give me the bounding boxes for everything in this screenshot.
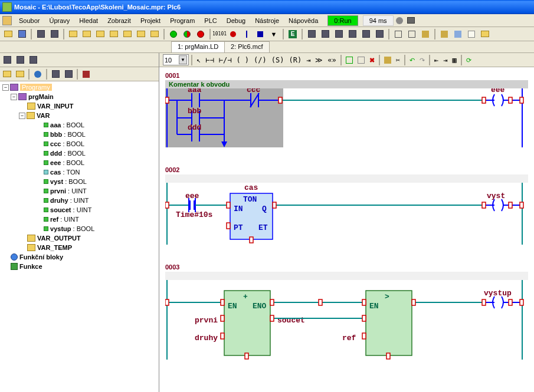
delete-icon[interactable]: ✖ bbox=[368, 55, 376, 65]
side2-btn3-icon[interactable] bbox=[50, 68, 61, 80]
contact-no-icon[interactable]: ⊢⊣ bbox=[204, 55, 215, 65]
outdent-icon[interactable]: ⇥ bbox=[441, 55, 449, 65]
skip-icon[interactable] bbox=[254, 28, 266, 40]
menu-napoveda[interactable]: Nápověda bbox=[284, 16, 323, 25]
tree-var-item[interactable]: ccc : BOOL bbox=[1, 139, 158, 149]
view6-icon[interactable] bbox=[374, 28, 385, 40]
side2-btn2-icon[interactable] bbox=[14, 68, 26, 80]
redo-icon[interactable]: ↷ bbox=[418, 55, 427, 65]
arrow-icon[interactable]: ▼ bbox=[268, 28, 280, 40]
tool-a-icon[interactable] bbox=[382, 56, 393, 64]
expand-icon[interactable]: − bbox=[11, 94, 17, 100]
undo-icon[interactable]: ↶ bbox=[408, 55, 417, 65]
menu-upravy[interactable]: Úpravy bbox=[44, 16, 74, 25]
rung3-comment[interactable] bbox=[165, 272, 528, 280]
tab-plc6[interactable]: 2: Plc6.mcf bbox=[224, 41, 269, 52]
view4-icon[interactable] bbox=[346, 28, 358, 40]
tree-func-blocks[interactable]: Funkční bloky bbox=[1, 252, 158, 262]
grid2-icon[interactable]: ▦ bbox=[451, 55, 458, 65]
ladder-area[interactable]: 0001 Komentar k obvodu aaa ccc bbox=[159, 67, 534, 392]
tree-var-temp[interactable]: VAR_TEMP bbox=[1, 243, 158, 252]
side2-btn4-icon[interactable] bbox=[63, 68, 74, 80]
tab-prgmain[interactable]: 1: prgMain.LD bbox=[171, 41, 225, 52]
e-icon[interactable]: E bbox=[287, 28, 299, 40]
side-btn1-icon[interactable] bbox=[1, 54, 13, 66]
tree-var-item[interactable]: eee : BOOL bbox=[1, 158, 158, 167]
refresh-icon[interactable]: ⟳ bbox=[464, 55, 473, 65]
step-icon[interactable] bbox=[241, 28, 253, 40]
box2-icon[interactable] bbox=[356, 56, 366, 64]
copy-icon[interactable] bbox=[35, 28, 47, 40]
printer-icon[interactable] bbox=[405, 15, 417, 27]
rung1[interactable]: aaa ccc eee bbb bbox=[165, 88, 528, 147]
folder3-icon[interactable] bbox=[81, 28, 93, 40]
tree-var-item[interactable]: aaa : BOOL bbox=[1, 120, 158, 130]
side-btn3-icon[interactable] bbox=[27, 54, 39, 66]
menu-nastroje[interactable]: Nástroje bbox=[250, 16, 284, 25]
titlebar[interactable]: Mosaic - E:\Lubos\TecoApp\Skoleni_Mosaic… bbox=[0, 0, 534, 14]
tree-var-item[interactable]: ref : UINT bbox=[1, 215, 158, 224]
chart-icon[interactable] bbox=[452, 28, 464, 40]
rung3-svg[interactable]: + EN ENO prvni druhy soucet > EN ref vys… bbox=[165, 280, 525, 360]
breakpoint-icon[interactable] bbox=[227, 28, 239, 40]
expand-icon[interactable]: − bbox=[19, 113, 25, 119]
tree-root[interactable]: −Programy bbox=[1, 83, 158, 92]
tree-var-item[interactable]: bbb : BOOL bbox=[1, 130, 158, 139]
dropdown-arrow-icon[interactable]: ▼ bbox=[179, 55, 187, 64]
folder7-icon[interactable] bbox=[135, 28, 147, 40]
tree-var-output[interactable]: VAR_OUTPUT bbox=[1, 233, 158, 243]
tool1-icon[interactable] bbox=[392, 28, 404, 40]
tree-var-item[interactable]: vyst : BOOL bbox=[1, 177, 158, 186]
view1-icon[interactable] bbox=[306, 28, 317, 40]
rung2[interactable]: eee Time#10s cas TON IN Q PT ET vyst bbox=[165, 183, 528, 245]
globe-icon[interactable] bbox=[32, 68, 44, 80]
menu-projekt[interactable]: Projekt bbox=[136, 16, 165, 25]
tree-var-item[interactable]: soucet : UINT bbox=[1, 205, 158, 215]
coil-s-icon[interactable]: (S) bbox=[270, 55, 286, 65]
folder6-icon[interactable] bbox=[122, 28, 133, 40]
menu-debug[interactable]: Debug bbox=[222, 16, 250, 25]
run-icon[interactable] bbox=[168, 28, 179, 40]
side2-btn5-icon[interactable] bbox=[80, 68, 92, 80]
menu-zobrazit[interactable]: Zobrazit bbox=[103, 16, 136, 25]
tree-var-item[interactable]: prvni : UINT bbox=[1, 186, 158, 196]
menu-program[interactable]: Program bbox=[165, 16, 199, 25]
folder4-icon[interactable] bbox=[94, 28, 106, 40]
save-icon[interactable] bbox=[16, 28, 28, 40]
menu-hledat[interactable]: Hledat bbox=[74, 16, 103, 25]
view3-icon[interactable] bbox=[333, 28, 345, 40]
tool2-icon[interactable] bbox=[406, 28, 418, 40]
zoom-select[interactable]: 10▼ bbox=[163, 54, 189, 65]
run-status-badge[interactable]: 0:Run bbox=[327, 15, 358, 26]
jump-icon[interactable]: ⇥ bbox=[304, 55, 312, 65]
tree-var-item[interactable]: cas : TON bbox=[1, 167, 158, 177]
runstop-icon[interactable] bbox=[181, 28, 193, 40]
side-btn2-icon[interactable] bbox=[14, 54, 26, 66]
folder5-icon[interactable] bbox=[108, 28, 120, 40]
binary-icon[interactable]: 10101 bbox=[214, 28, 225, 40]
rung1-svg[interactable]: aaa ccc eee bbb bbox=[165, 88, 525, 147]
coil-icon[interactable]: ( ) bbox=[234, 55, 251, 65]
sheet-icon[interactable] bbox=[466, 28, 477, 40]
folder8-icon[interactable] bbox=[149, 28, 160, 40]
open-icon[interactable] bbox=[2, 28, 14, 40]
box-icon[interactable] bbox=[344, 56, 355, 64]
tree-var[interactable]: −VAR bbox=[1, 111, 158, 120]
cut-icon[interactable]: ✂ bbox=[394, 55, 402, 65]
contact-nc-icon[interactable]: ⊢/⊣ bbox=[217, 55, 234, 65]
tree-var-item[interactable]: druhy : UINT bbox=[1, 196, 158, 205]
paste-icon[interactable] bbox=[48, 28, 60, 40]
expand-icon[interactable]: − bbox=[2, 84, 9, 91]
return2-icon[interactable]: «» bbox=[326, 55, 338, 65]
menu-soubor[interactable]: Soubor bbox=[14, 16, 44, 25]
stop-icon[interactable] bbox=[195, 28, 207, 40]
tree-prgmain[interactable]: −prgMain bbox=[1, 92, 158, 101]
view2-icon[interactable] bbox=[319, 28, 331, 40]
coil-neg-icon[interactable]: (/) bbox=[252, 55, 268, 65]
rung2-svg[interactable]: eee Time#10s cas TON IN Q PT ET vyst bbox=[165, 183, 525, 245]
coil-r-icon[interactable]: (R) bbox=[287, 55, 303, 65]
menu-plc[interactable]: PLC bbox=[199, 16, 221, 25]
indent-icon[interactable]: ⇤ bbox=[433, 55, 440, 65]
grid-icon[interactable] bbox=[438, 28, 450, 40]
view5-icon[interactable] bbox=[360, 28, 372, 40]
